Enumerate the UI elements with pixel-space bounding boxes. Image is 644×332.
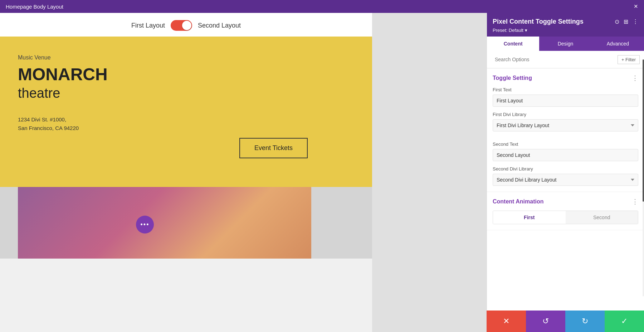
first-divi-label: First Divi Library — [493, 112, 638, 117]
toggle-section-title: Toggle Setting — [493, 75, 532, 81]
window-title: Homepage Body Layout — [6, 4, 63, 10]
scroll-indicator — [643, 59, 644, 296]
scroll-thumb — [643, 59, 644, 202]
panel-body: + Filter Toggle Setting ⋮ First Text Fir… — [487, 51, 644, 332]
tab-content[interactable]: Content — [487, 37, 539, 51]
preset-arrow: ▾ — [525, 28, 527, 33]
toggle-row: First Layout Second Layout — [0, 13, 372, 37]
second-divi-select[interactable]: Second Divi Library Layout — [493, 174, 638, 186]
toggle-first-label: First Layout — [131, 22, 165, 29]
canvas-area: First Layout Second Layout Music Venue M… — [0, 13, 372, 332]
grid-icon[interactable]: ⊞ — [624, 18, 628, 25]
panel-header: Pixel Content Toggle Settings ⊙ ⊞ ⋮ Pres… — [487, 13, 644, 37]
redo-button[interactable]: ↻ — [565, 311, 605, 332]
target-icon[interactable]: ⊙ — [615, 18, 619, 25]
save-button[interactable]: ✓ — [605, 311, 644, 332]
dots-button[interactable]: ••• — [136, 216, 154, 234]
first-text-input[interactable] — [493, 95, 638, 107]
search-input[interactable] — [491, 54, 615, 65]
panel-title: Pixel Content Toggle Settings — [493, 18, 584, 25]
panel-icons: ⊙ ⊞ ⋮ — [615, 18, 638, 25]
search-row: + Filter — [487, 51, 644, 68]
event-tickets-button[interactable]: Event Tickets — [239, 138, 308, 158]
animation-section-more[interactable]: ⋮ — [632, 198, 638, 206]
content-animation-section: Content Animation ⋮ First Second — [487, 192, 644, 230]
second-text-input[interactable] — [493, 149, 638, 161]
tab-design[interactable]: Design — [539, 37, 591, 51]
photo-overlay — [18, 187, 311, 259]
preset-label: Preset: Default — [493, 28, 523, 33]
venue-name: MONARCH — [18, 65, 354, 84]
venue-address: 1234 Divi St. #1000,San Francisco, CA 94… — [18, 115, 354, 133]
cancel-button[interactable]: ✕ — [487, 311, 526, 332]
animation-section-header: Content Animation ⋮ — [493, 198, 638, 206]
venue-label: Music Venue — [18, 54, 354, 61]
toggle-switch[interactable] — [171, 20, 192, 31]
toggle-section-more[interactable]: ⋮ — [632, 74, 638, 82]
second-divi-label: Second Divi Library — [493, 166, 638, 172]
close-icon[interactable]: ✕ — [634, 3, 638, 10]
panel-tabs: Content Design Advanced — [487, 37, 644, 51]
more-icon[interactable]: ⋮ — [633, 18, 638, 25]
toggle-section-header: Toggle Setting ⋮ — [493, 74, 638, 82]
anim-tab-first[interactable]: First — [493, 211, 566, 224]
animation-tabs: First Second — [493, 211, 638, 224]
venue-sub: theatre — [18, 86, 354, 101]
preset-row[interactable]: Preset: Default ▾ — [493, 28, 638, 33]
settings-panel: Pixel Content Toggle Settings ⊙ ⊞ ⋮ Pres… — [487, 13, 644, 332]
photo-section: ••• — [0, 187, 372, 259]
filter-button[interactable]: + Filter — [618, 55, 640, 64]
first-divi-select[interactable]: First Divi Library Layout — [493, 119, 638, 131]
panel-title-row: Pixel Content Toggle Settings ⊙ ⊞ ⋮ — [493, 18, 638, 25]
yellow-content-section: Music Venue MONARCH theatre 1234 Divi St… — [0, 37, 372, 187]
tab-advanced[interactable]: Advanced — [592, 37, 644, 51]
undo-button[interactable]: ↺ — [526, 311, 565, 332]
toggle-setting-section: Toggle Setting ⋮ First Text First Divi L… — [487, 68, 644, 192]
anim-tab-second[interactable]: Second — [566, 211, 638, 224]
action-bar: ✕ ↺ ↻ ✓ — [487, 311, 644, 332]
animation-section-title: Content Animation — [493, 198, 544, 205]
second-text-label: Second Text — [493, 141, 638, 147]
title-bar: Homepage Body Layout ✕ — [0, 0, 644, 13]
first-text-label: First Text — [493, 87, 638, 92]
toggle-second-label: Second Layout — [198, 22, 241, 29]
